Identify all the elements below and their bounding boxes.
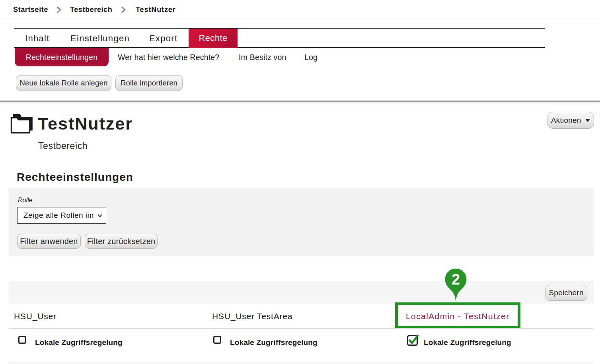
svg-text:2: 2 bbox=[452, 271, 460, 288]
